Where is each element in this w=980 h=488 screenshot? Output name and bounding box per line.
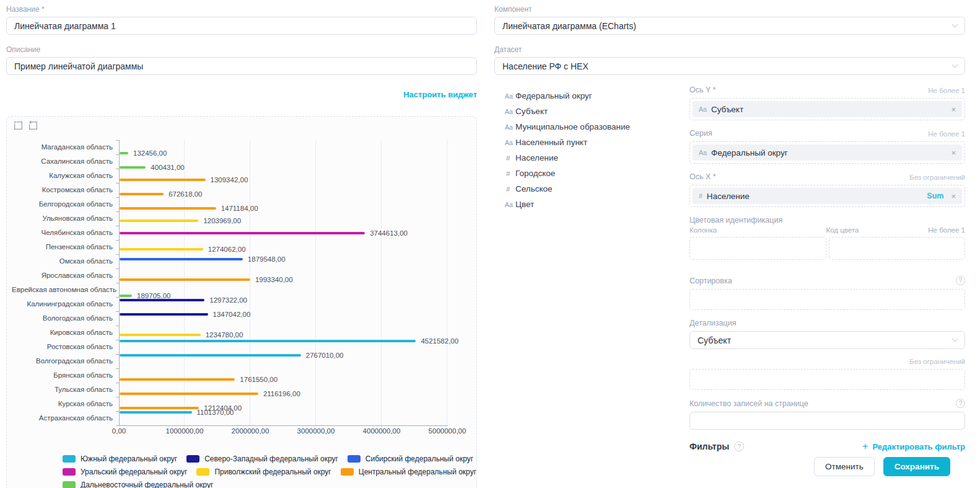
help-icon[interactable]: ? bbox=[956, 276, 965, 285]
legend-item[interactable]: Центральный федеральный округ bbox=[341, 468, 476, 476]
field-item[interactable]: АаЦвет bbox=[505, 197, 689, 212]
series-chip[interactable]: Аа Федеральный округ × bbox=[693, 144, 962, 161]
bar[interactable] bbox=[120, 393, 258, 395]
field-item[interactable]: АаФедеральный округ bbox=[505, 88, 689, 104]
bar[interactable] bbox=[120, 407, 199, 409]
y-axis-label: Ульяновская область bbox=[12, 211, 119, 226]
field-item[interactable]: #Население bbox=[505, 150, 689, 166]
toolbox-restore-icon[interactable] bbox=[28, 120, 38, 133]
remove-icon[interactable]: × bbox=[951, 105, 956, 114]
toolbox-datazoom-icon[interactable] bbox=[13, 120, 24, 133]
sorting-dropzone[interactable] bbox=[689, 289, 965, 310]
value-label: 1203969,00 bbox=[203, 217, 241, 224]
legend-item[interactable]: Уральский федеральный округ bbox=[63, 468, 187, 476]
legend-item[interactable]: Северо-Западный федеральный округ bbox=[186, 455, 338, 463]
axis-x-chip[interactable]: # Население Sum × bbox=[693, 188, 962, 204]
sorting-label: Сортировка bbox=[689, 277, 732, 285]
color-code-dropzone[interactable] bbox=[829, 237, 966, 260]
field-name: Населенный пункт bbox=[515, 138, 587, 147]
configure-widget-link[interactable]: Настроить виджет bbox=[403, 90, 477, 99]
bar[interactable] bbox=[120, 411, 192, 414]
remove-icon[interactable]: × bbox=[951, 192, 956, 201]
page-size-label: Количество записей на странице bbox=[689, 399, 808, 408]
dataset-select[interactable]: Население РФ с HEX bbox=[494, 57, 965, 75]
color-column-label: Колонка bbox=[689, 226, 826, 234]
detail-select[interactable]: Субъект bbox=[689, 331, 965, 349]
bar-area: 1297322,00 bbox=[119, 297, 447, 311]
legend-row: Южный федеральный округСеверо-Западный ф… bbox=[63, 455, 476, 463]
help-icon[interactable]: ? bbox=[734, 441, 744, 451]
aggregation-badge[interactable]: Sum bbox=[927, 192, 943, 200]
description-input[interactable] bbox=[6, 57, 477, 75]
chart-row: Ульяновская область1203969,00 bbox=[12, 211, 476, 226]
value-label: 1347042,00 bbox=[213, 311, 251, 318]
field-name: Сельское bbox=[515, 184, 553, 193]
bar[interactable] bbox=[120, 378, 235, 381]
axis-x-chip-name: Население bbox=[707, 192, 927, 201]
value-label: 1297322,00 bbox=[209, 296, 247, 304]
axis-y-chip-name: Субъект bbox=[711, 105, 951, 114]
extra-dropzone[interactable] bbox=[689, 369, 965, 390]
chart-row: Еврейская автономная область189705,00 bbox=[12, 283, 476, 297]
y-axis-label: Ярославская область bbox=[12, 268, 119, 283]
y-axis-label: Омская область bbox=[12, 254, 119, 268]
bar[interactable] bbox=[120, 334, 201, 336]
value-label: 1879548,00 bbox=[248, 255, 286, 263]
chart-card: Магаданская область132456,00Сахалинская … bbox=[6, 116, 477, 488]
remove-icon[interactable]: × bbox=[951, 148, 956, 157]
number-type-icon: # bbox=[505, 154, 515, 162]
component-select[interactable]: Линейчатая диаграмма (ECharts) bbox=[494, 17, 965, 35]
x-tick-label: 4000000,00 bbox=[363, 427, 401, 435]
bar[interactable] bbox=[120, 278, 250, 281]
chart-row: Ярославская область1993340,00 bbox=[12, 268, 476, 283]
save-button[interactable]: Сохранить bbox=[883, 457, 950, 476]
bar-area: 132456,00 bbox=[119, 140, 447, 154]
edit-filter-link[interactable]: + Редактировать фильтр bbox=[862, 441, 965, 451]
series-dropzone[interactable]: Аа Федеральный округ × bbox=[689, 141, 965, 164]
bar[interactable] bbox=[120, 299, 204, 301]
chart-row: Пензенская область1274062,00 bbox=[12, 240, 476, 254]
legend-label: Центральный федеральный округ bbox=[359, 468, 476, 476]
field-item[interactable]: #Городское bbox=[505, 166, 689, 181]
component-select-value: Линейчатая диаграмма (ECharts) bbox=[502, 21, 636, 31]
color-column-dropzone[interactable] bbox=[689, 237, 826, 260]
bar[interactable] bbox=[120, 313, 208, 316]
bar[interactable] bbox=[120, 193, 164, 195]
name-input[interactable] bbox=[6, 17, 477, 35]
legend-item[interactable]: Южный федеральный округ bbox=[63, 455, 177, 463]
bar-area: 1309342,00 bbox=[119, 169, 447, 183]
bar[interactable] bbox=[120, 220, 198, 222]
field-item[interactable]: #Сельское bbox=[505, 181, 689, 197]
help-icon[interactable]: ? bbox=[956, 399, 965, 408]
legend-item[interactable]: Приволжский федеральный округ bbox=[196, 468, 331, 476]
chart-row: Тульская область2116196,00 bbox=[12, 383, 476, 397]
bar[interactable] bbox=[120, 179, 206, 181]
bar[interactable] bbox=[120, 232, 365, 234]
page-size-section: Количество записей на странице ? bbox=[689, 399, 965, 430]
field-name: Цвет bbox=[515, 200, 534, 209]
bar[interactable] bbox=[120, 340, 416, 342]
mapping-area: АаФедеральный округАаСубъектАаМуниципаль… bbox=[494, 86, 965, 451]
legend-item[interactable]: Сибирский федеральный округ bbox=[348, 455, 473, 463]
bar[interactable] bbox=[120, 248, 203, 251]
chart-row: Курская область1212404,00 bbox=[12, 397, 476, 411]
field-item[interactable]: АаНаселенный пункт bbox=[505, 135, 689, 150]
axis-y-dropzone[interactable]: Аа Субъект × bbox=[689, 98, 965, 120]
axis-y-chip[interactable]: Аа Субъект × bbox=[693, 101, 962, 117]
axis-x-dropzone[interactable]: # Население Sum × bbox=[689, 185, 965, 207]
page-size-input[interactable] bbox=[689, 412, 965, 430]
legend-item[interactable]: Дальневосточный федеральный округ bbox=[63, 481, 213, 488]
field-name: Муниципальное образование bbox=[515, 122, 630, 131]
bar-area: 1761550,00 bbox=[119, 368, 447, 383]
bar-area: 1234780,00 bbox=[119, 326, 447, 340]
bar[interactable] bbox=[120, 207, 216, 210]
number-type-icon: # bbox=[505, 170, 515, 177]
legend-swatch bbox=[63, 455, 76, 463]
legend-swatch bbox=[196, 468, 209, 476]
field-item[interactable]: АаМуниципальное образование bbox=[505, 119, 689, 135]
bar[interactable] bbox=[120, 258, 243, 260]
cancel-button[interactable]: Отменить bbox=[814, 457, 875, 476]
number-type-icon: # bbox=[699, 192, 702, 200]
bar[interactable] bbox=[120, 354, 301, 357]
field-item[interactable]: АаСубъект bbox=[505, 104, 689, 119]
